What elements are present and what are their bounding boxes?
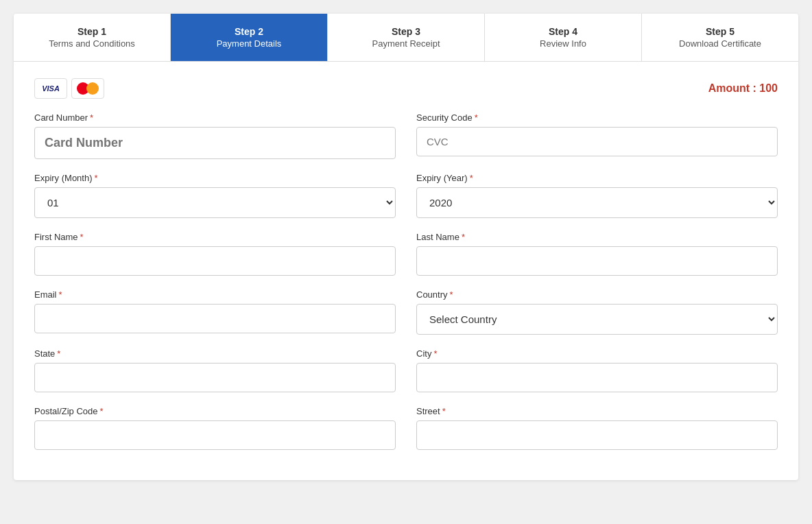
card-number-input[interactable] bbox=[34, 127, 396, 159]
city-input[interactable] bbox=[416, 363, 778, 392]
expiry-month-group: Expiry (Month)* 01 02 03 04 05 06 07 08 … bbox=[34, 173, 396, 218]
step-2[interactable]: Step 2 Payment Details bbox=[171, 14, 328, 61]
state-input[interactable] bbox=[34, 363, 396, 392]
mastercard-icon bbox=[71, 78, 104, 99]
step-1[interactable]: Step 1 Terms and Conditions bbox=[14, 14, 171, 61]
expiry-row: Expiry (Month)* 01 02 03 04 05 06 07 08 … bbox=[34, 173, 778, 218]
expiry-year-label: Expiry (Year)* bbox=[416, 173, 778, 183]
last-name-label: Last Name* bbox=[416, 232, 778, 242]
card-number-label: Card Number* bbox=[34, 112, 396, 123]
postal-street-row: Postal/Zip Code* Street* bbox=[34, 406, 778, 450]
email-group: Email* bbox=[34, 289, 396, 335]
state-label: State* bbox=[34, 348, 396, 359]
country-group: Country* Select Country United States Un… bbox=[416, 289, 778, 335]
amount-label: Amount : 100 bbox=[708, 82, 778, 95]
security-code-label: Security Code* bbox=[416, 112, 778, 123]
postal-code-input[interactable] bbox=[34, 420, 396, 450]
last-name-group: Last Name* bbox=[416, 232, 778, 276]
mc-circle-right bbox=[86, 82, 99, 95]
city-label: City* bbox=[416, 348, 778, 359]
expiry-year-select[interactable]: 2020 2021 2022 2023 2024 2025 2026 2027 … bbox=[416, 187, 778, 218]
step-3[interactable]: Step 3 Payment Receipt bbox=[328, 14, 485, 61]
main-container: Step 1 Terms and Conditions Step 2 Payme… bbox=[14, 14, 798, 480]
state-city-row: State* City* bbox=[34, 348, 778, 392]
postal-code-label: Postal/Zip Code* bbox=[34, 406, 396, 416]
street-label: Street* bbox=[416, 406, 778, 416]
state-group: State* bbox=[34, 348, 396, 392]
step-5[interactable]: Step 5 Download Certificate bbox=[642, 14, 798, 61]
payment-top-row: VISA Amount : 100 bbox=[34, 78, 778, 99]
form-area: VISA Amount : 100 Card Number* Security … bbox=[14, 62, 798, 480]
expiry-month-select[interactable]: 01 02 03 04 05 06 07 08 09 10 11 12 bbox=[34, 187, 396, 218]
email-input[interactable] bbox=[34, 304, 396, 333]
security-code-group: Security Code* bbox=[416, 112, 778, 159]
postal-code-group: Postal/Zip Code* bbox=[34, 406, 396, 450]
steps-header: Step 1 Terms and Conditions Step 2 Payme… bbox=[14, 14, 798, 62]
step-4[interactable]: Step 4 Review Info bbox=[485, 14, 642, 61]
expiry-year-group: Expiry (Year)* 2020 2021 2022 2023 2024 … bbox=[416, 173, 778, 218]
country-label: Country* bbox=[416, 289, 778, 300]
first-name-label: First Name* bbox=[34, 232, 396, 242]
last-name-input[interactable] bbox=[416, 246, 778, 276]
street-group: Street* bbox=[416, 406, 778, 450]
card-number-group: Card Number* bbox=[34, 112, 396, 159]
email-label: Email* bbox=[34, 289, 396, 300]
card-security-row: Card Number* Security Code* bbox=[34, 112, 778, 159]
card-icons: VISA bbox=[34, 78, 104, 99]
visa-icon: VISA bbox=[34, 78, 67, 99]
security-code-input[interactable] bbox=[416, 127, 778, 156]
email-country-row: Email* Country* Select Country United St… bbox=[34, 289, 778, 335]
name-row: First Name* Last Name* bbox=[34, 232, 778, 276]
city-group: City* bbox=[416, 348, 778, 392]
first-name-group: First Name* bbox=[34, 232, 396, 276]
country-select[interactable]: Select Country United States United King… bbox=[416, 304, 778, 335]
street-input[interactable] bbox=[416, 420, 778, 450]
expiry-month-label: Expiry (Month)* bbox=[34, 173, 396, 183]
first-name-input[interactable] bbox=[34, 246, 396, 276]
